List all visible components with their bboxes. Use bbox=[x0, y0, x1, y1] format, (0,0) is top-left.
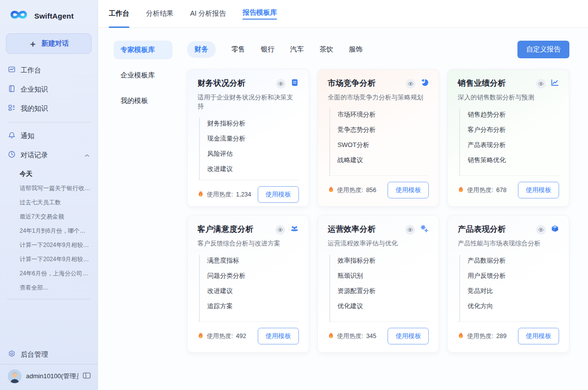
heat-value: 345 bbox=[366, 333, 376, 340]
heat-label: 使用热度: bbox=[337, 186, 363, 195]
card-list-item: 竞争态势分析 bbox=[338, 125, 429, 134]
card-list-item: 风险评估 bbox=[207, 149, 299, 158]
history-item[interactable]: 过去七天员工数 bbox=[0, 195, 98, 210]
use-template-button[interactable]: 使用模板 bbox=[258, 328, 299, 344]
card-list-item: 满意度指标 bbox=[207, 256, 299, 265]
section-expert-templates[interactable]: 专家模板库 bbox=[114, 41, 172, 59]
card-list-item: 市场环境分析 bbox=[338, 110, 429, 119]
card-item-list: 财务指标分析 现金流量分析 风险评估 改进建议 bbox=[199, 118, 299, 180]
history-group-label: 今天 bbox=[0, 165, 98, 181]
sidebar-item-enterprise-knowledge[interactable]: 企业知识 bbox=[0, 80, 98, 99]
line-chart-icon bbox=[551, 78, 559, 89]
section-my-templates[interactable]: 我的模板 bbox=[114, 92, 172, 110]
card-title: 市场竞争分析 bbox=[328, 78, 376, 89]
view-all-link[interactable]: 查看全部... bbox=[0, 281, 98, 295]
card-description: 运营流程效率评估与优化 bbox=[328, 239, 429, 248]
custom-report-button[interactable]: 自定义报告 bbox=[517, 41, 569, 58]
template-card[interactable]: 运营效率分析 运营流程效率评估与优化 效率指标分析 瓶颈识别 资源配置分析 优化… bbox=[318, 215, 440, 353]
template-card[interactable]: 销售业绩分析 深入的销售数据分析与预测 销售趋势分析 客户分布分析 产品表现分析… bbox=[447, 69, 569, 207]
pie-chart-icon bbox=[420, 78, 429, 89]
sidebar-item-chat-history[interactable]: 对话记录 bbox=[0, 146, 98, 165]
sidebar-item-my-knowledge[interactable]: 我的知识 bbox=[0, 99, 98, 118]
tab-analysis-results[interactable]: 分析结果 bbox=[146, 0, 173, 28]
card-description: 产品性能与市场表现综合分析 bbox=[458, 239, 559, 248]
heat-value: 289 bbox=[496, 333, 507, 340]
card-title: 销售业绩分析 bbox=[458, 78, 506, 89]
template-card[interactable]: 客户满意度分析 客户反馈综合分析与改进方案 满意度指标 问题分类分析 改进建议 … bbox=[187, 215, 309, 353]
card-list-item: 销售策略优化 bbox=[467, 156, 559, 165]
sidebar-item-label: 我的知识 bbox=[21, 104, 48, 113]
use-template-button[interactable]: 使用模板 bbox=[518, 328, 559, 344]
use-template-button[interactable]: 使用模板 bbox=[518, 182, 559, 198]
sidebar-divider bbox=[7, 299, 91, 299]
new-chat-button[interactable]: ＋ 新建对话 bbox=[6, 33, 92, 54]
card-item-list: 效率指标分析 瓶颈识别 资源配置分析 优化建议 bbox=[329, 255, 429, 321]
card-list-item: 战略建议 bbox=[338, 156, 429, 165]
preview-eye-icon[interactable] bbox=[405, 225, 415, 235]
use-template-button[interactable]: 使用模板 bbox=[258, 186, 299, 203]
flame-icon bbox=[458, 332, 464, 341]
heat-value: 678 bbox=[496, 187, 507, 194]
section-enterprise-templates[interactable]: 企业模板库 bbox=[114, 66, 172, 85]
category-retail[interactable]: 零售 bbox=[231, 45, 245, 54]
category-apparel[interactable]: 服饰 bbox=[349, 45, 363, 54]
bell-icon bbox=[8, 131, 16, 141]
history-item[interactable]: 24年6月份，上海分公司公募... bbox=[0, 267, 98, 281]
heat-value: 492 bbox=[236, 333, 246, 340]
history-item[interactable]: 计算一下2024年9月相较2024... bbox=[0, 252, 98, 267]
preview-eye-icon[interactable] bbox=[406, 79, 416, 89]
avatar bbox=[8, 369, 22, 383]
card-list-item: 改进建议 bbox=[207, 287, 299, 295]
card-description: 客户反馈综合分析与改进方案 bbox=[197, 239, 299, 248]
tab-workbench[interactable]: 工作台 bbox=[109, 0, 129, 28]
history-item[interactable]: 最近7天交易金额 bbox=[0, 210, 98, 224]
card-list-item: 瓶颈识别 bbox=[338, 271, 429, 280]
heat-indicator: 使用热度: 492 bbox=[197, 332, 246, 341]
preview-eye-icon[interactable] bbox=[536, 79, 546, 89]
use-template-button[interactable]: 使用模板 bbox=[388, 182, 429, 198]
history-item[interactable]: 计算一下2024年9月相较2024... bbox=[0, 238, 98, 252]
card-list-item: 产品表现分析 bbox=[467, 141, 559, 149]
card-list-item: 销售趋势分析 bbox=[467, 110, 559, 119]
card-list-item: 追踪方案 bbox=[207, 302, 299, 311]
card-list-item: 改进建议 bbox=[207, 165, 299, 173]
sidebar-divider bbox=[7, 122, 91, 122]
logo-row: SwiftAgent bbox=[0, 0, 98, 30]
heat-label: 使用热度: bbox=[467, 186, 493, 195]
category-automotive[interactable]: 汽车 bbox=[290, 45, 304, 54]
category-finance[interactable]: 财务 bbox=[187, 41, 216, 58]
template-card[interactable]: 产品表现分析 产品性能与市场表现综合分析 产品数据分析 用户反馈分析 竞品对比 … bbox=[447, 215, 569, 353]
sidebar-item-workbench[interactable]: 工作台 bbox=[0, 61, 98, 80]
sidebar-item-label: 通知 bbox=[21, 132, 34, 141]
card-list-item: 问题分类分析 bbox=[207, 271, 299, 280]
heat-label: 使用热度: bbox=[467, 332, 493, 341]
tab-label: 工作台 bbox=[109, 9, 129, 18]
user-row[interactable]: admin10100(管理员) bbox=[0, 364, 98, 390]
chevron-up-icon[interactable] bbox=[84, 151, 90, 159]
category-banking[interactable]: 银行 bbox=[261, 45, 274, 54]
preview-eye-icon[interactable] bbox=[275, 225, 285, 235]
template-card[interactable]: 财务状况分析 适用于企业财务状况分析和决策支持 财务指标分析 现金流量分析 风险… bbox=[187, 69, 309, 207]
sidebar-item-notifications[interactable]: 通知 bbox=[0, 126, 98, 146]
template-card[interactable]: 市场竞争分析 全面的市场竞争力分析与策略规划 市场环境分析 竞争态势分析 SWO… bbox=[318, 69, 440, 207]
preview-eye-icon[interactable] bbox=[536, 225, 546, 235]
app-root: SwiftAgent ＋ 新建对话 工作台 企业知识 我的知识 通知 对话记录 bbox=[0, 0, 588, 390]
card-item-list: 产品数据分析 用户反馈分析 竞品对比 优化方向 bbox=[459, 255, 559, 321]
preview-eye-icon[interactable] bbox=[276, 79, 286, 89]
collapse-sidebar-icon[interactable] bbox=[83, 372, 91, 381]
flame-icon bbox=[328, 186, 334, 195]
category-tabs: 财务 零售 银行 汽车 茶饮 服饰 bbox=[187, 41, 363, 58]
category-tea[interactable]: 茶饮 bbox=[319, 45, 333, 54]
card-description: 适用于企业财务状况分析和决策支持 bbox=[197, 93, 299, 111]
tab-ai-reports[interactable]: AI 分析报告 bbox=[190, 0, 226, 28]
card-list-item: SWOT分析 bbox=[338, 141, 429, 149]
card-item-list: 市场环境分析 竞争态势分析 SWOT分析 战略建议 bbox=[329, 109, 429, 175]
history-item[interactable]: 24年1月到6月份，哪个月信用... bbox=[0, 224, 98, 238]
history-item[interactable]: 请帮我写一篇关于银行收入的... bbox=[0, 181, 98, 195]
top-nav: 工作台 分析结果 AI 分析报告 报告模板库 bbox=[98, 0, 588, 28]
history-list: 请帮我写一篇关于银行收入的... 过去七天员工数 最近7天交易金额 24年1月到… bbox=[0, 181, 98, 295]
gears-icon bbox=[420, 224, 429, 235]
use-template-button[interactable]: 使用模板 bbox=[388, 328, 429, 344]
sidebar-item-admin[interactable]: 后台管理 bbox=[0, 345, 98, 364]
tab-report-templates[interactable]: 报告模板库 bbox=[243, 0, 277, 28]
